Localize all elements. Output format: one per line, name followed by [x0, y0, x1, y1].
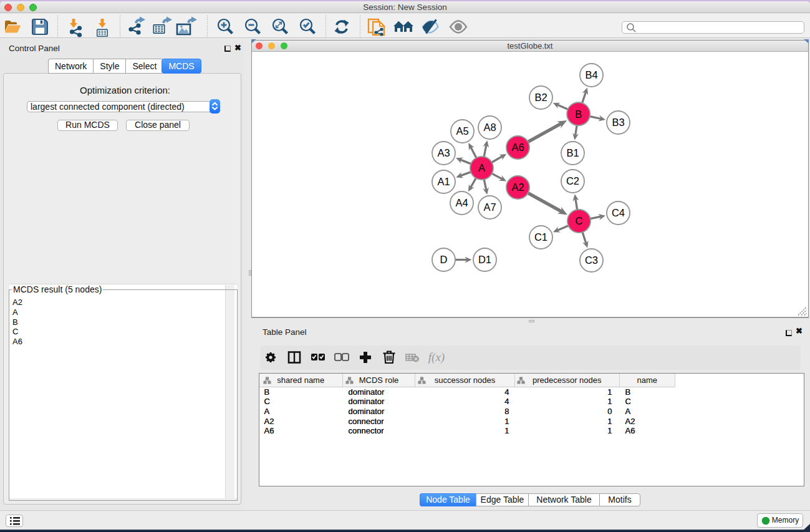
svg-text:A6: A6: [511, 142, 524, 153]
svg-text:D: D: [440, 254, 448, 265]
svg-text:f(x): f(x): [428, 351, 445, 364]
svg-text:B3: B3: [612, 117, 624, 128]
svg-text:C2: C2: [566, 175, 579, 186]
svg-text:A: A: [478, 162, 485, 173]
svg-text:B4: B4: [585, 69, 597, 80]
svg-text:B2: B2: [534, 92, 547, 103]
svg-text:A8: A8: [483, 122, 496, 133]
svg-text:D1: D1: [478, 254, 491, 265]
svg-text:A1: A1: [437, 176, 450, 187]
svg-text:A7: A7: [483, 201, 496, 213]
svg-text:C4: C4: [612, 207, 625, 218]
svg-text:C: C: [576, 215, 583, 226]
svg-text:A3: A3: [437, 147, 450, 158]
svg-text:A5: A5: [456, 125, 468, 137]
svg-text:C3: C3: [585, 254, 598, 266]
svg-text:C1: C1: [534, 231, 547, 243]
svg-text:B: B: [575, 109, 582, 120]
svg-text:A2: A2: [511, 181, 524, 193]
svg-text:A4: A4: [455, 197, 468, 208]
svg-text:B1: B1: [566, 147, 579, 158]
